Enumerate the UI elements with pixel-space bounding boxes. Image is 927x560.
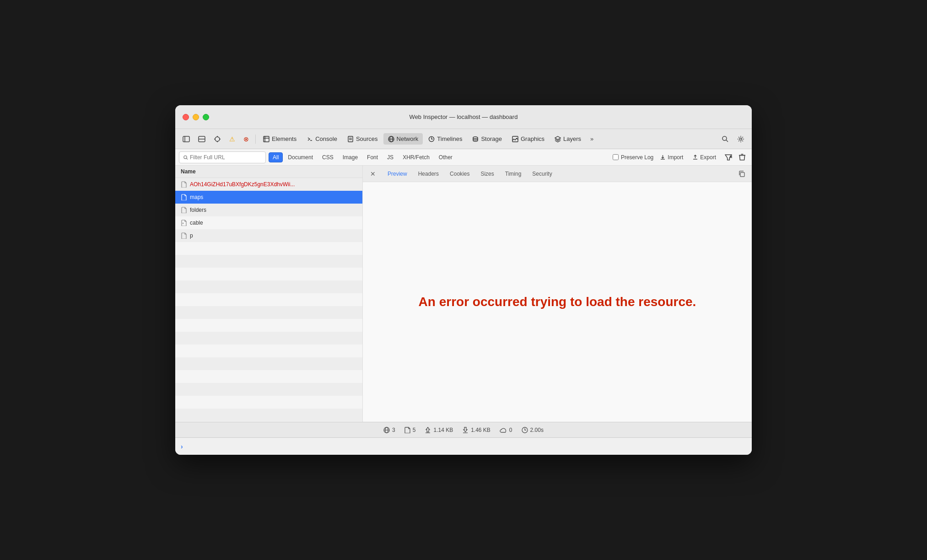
filter-other[interactable]: Other — [435, 152, 457, 162]
tab-graphics[interactable]: Graphics — [507, 133, 549, 145]
console-bar: › — [175, 437, 752, 455]
file-name: cable — [190, 220, 203, 226]
detail-tab-preview[interactable]: Preview — [382, 169, 413, 179]
list-item-empty — [175, 383, 362, 396]
list-item-empty — [175, 280, 362, 293]
tab-sources[interactable]: Sources — [343, 133, 383, 145]
pick-element-button[interactable] — [210, 134, 225, 145]
detail-tab-security[interactable]: Security — [527, 169, 557, 179]
tab-console[interactable]: Console — [302, 133, 342, 145]
list-item[interactable]: p — [175, 229, 362, 242]
clear-icon — [738, 154, 746, 161]
error-message: An error occurred trying to load the res… — [400, 275, 715, 329]
minimize-button[interactable] — [193, 114, 199, 120]
error-button[interactable]: ⊗ — [240, 134, 253, 145]
filter-input[interactable] — [190, 154, 262, 161]
detail-content: An error occurred trying to load the res… — [363, 182, 752, 422]
main-content: Name AOh14GiZHd17uBXfgDKz5gnE3XdhvWii... — [175, 166, 752, 422]
web-inspector-window: Web Inspector — localhost — dashboard — [175, 105, 752, 455]
tab-storage-label: Storage — [481, 135, 502, 142]
preserve-log-group: Preserve Log — [613, 154, 653, 161]
status-bar: 3 5 1.14 KB 1.46 KB — [175, 422, 752, 437]
layout-toggle-button[interactable] — [194, 134, 209, 145]
list-item-empty — [175, 357, 362, 370]
preserve-log-label: Preserve Log — [621, 154, 653, 161]
more-tabs-button[interactable]: » — [587, 134, 597, 144]
filter-css[interactable]: CSS — [318, 152, 338, 162]
upload-size-icon — [425, 427, 431, 433]
export-button[interactable]: Export — [689, 153, 720, 162]
console-icon — [307, 136, 313, 142]
filter-xhr-fetch[interactable]: XHR/Fetch — [399, 152, 434, 162]
svg-point-23 — [722, 136, 727, 140]
clear-filters-button[interactable] — [722, 153, 734, 162]
filter-clear-icon — [725, 154, 732, 161]
requests-count: 3 — [392, 427, 395, 433]
copy-icon — [738, 171, 745, 177]
detail-tab-headers[interactable]: Headers — [413, 169, 444, 179]
svg-point-4 — [215, 137, 220, 141]
list-item[interactable]: AOh14GiZHd17uBXfgDKz5gnE3XdhvWii... — [175, 178, 362, 191]
sidebar-toggle-button[interactable] — [179, 134, 194, 145]
layout-icon — [198, 135, 205, 143]
list-item-empty — [175, 242, 362, 255]
globe-icon — [383, 427, 390, 433]
list-item-empty — [175, 370, 362, 383]
error-count: 0 — [509, 427, 512, 433]
list-item-empty — [175, 268, 362, 280]
list-item-empty — [175, 396, 362, 409]
close-button[interactable] — [183, 114, 189, 120]
detail-tab-sizes[interactable]: Sizes — [475, 169, 499, 179]
warning-button[interactable]: ⚠ — [226, 134, 239, 145]
tab-network[interactable]: Network — [383, 133, 423, 145]
svg-marker-22 — [555, 136, 561, 140]
status-files: 5 — [404, 427, 416, 433]
copy-response-button[interactable] — [735, 167, 748, 180]
maximize-button[interactable] — [203, 114, 209, 120]
status-size-received: 1.46 KB — [462, 427, 490, 433]
file-icon — [181, 194, 187, 200]
filter-document[interactable]: Document — [284, 152, 317, 162]
filter-all[interactable]: All — [269, 152, 283, 162]
tab-elements[interactable]: Elements — [259, 133, 301, 145]
export-icon — [692, 154, 698, 160]
list-item[interactable]: cable — [175, 216, 362, 229]
tab-layers[interactable]: Layers — [550, 133, 586, 145]
detail-tabs: ✕ Preview Headers Cookies Sizes Timing S… — [363, 166, 752, 182]
filter-js[interactable]: JS — [383, 152, 398, 162]
cable-file-icon — [181, 220, 187, 226]
clear-all-button[interactable] — [736, 153, 748, 162]
storage-icon — [472, 136, 479, 142]
settings-button[interactable] — [733, 134, 748, 145]
svg-point-25 — [740, 138, 742, 140]
console-expand-arrow[interactable]: › — [181, 443, 183, 450]
detail-tab-cookies[interactable]: Cookies — [444, 169, 475, 179]
filter-font[interactable]: Font — [363, 152, 382, 162]
list-item[interactable]: folders — [175, 204, 362, 216]
size-sent: 1.14 KB — [433, 427, 453, 433]
tab-graphics-label: Graphics — [521, 135, 544, 142]
clock-status-icon — [522, 427, 528, 433]
search-button[interactable] — [718, 134, 733, 145]
list-item-empty — [175, 345, 362, 357]
tab-timelines-label: Timelines — [437, 135, 462, 142]
detail-panel: ✕ Preview Headers Cookies Sizes Timing S… — [363, 166, 752, 422]
timelines-icon — [428, 136, 435, 142]
file-list: Name AOh14GiZHd17uBXfgDKz5gnE3XdhvWii... — [175, 166, 363, 422]
window-title: Web Inspector — localhost — dashboard — [410, 113, 518, 120]
svg-rect-9 — [264, 136, 269, 142]
load-time: 2.00s — [530, 427, 544, 433]
list-item-empty — [175, 293, 362, 306]
list-item[interactable]: maps — [175, 191, 362, 204]
import-button[interactable]: Import — [656, 153, 687, 162]
files-count: 5 — [413, 427, 416, 433]
export-label: Export — [700, 154, 716, 161]
sources-icon — [347, 136, 354, 142]
detail-tab-timing[interactable]: Timing — [500, 169, 527, 179]
tab-timelines[interactable]: Timelines — [424, 133, 467, 145]
detail-close-button[interactable]: ✕ — [366, 167, 379, 180]
filter-image[interactable]: Image — [339, 152, 362, 162]
tab-storage[interactable]: Storage — [468, 133, 507, 145]
preserve-log-checkbox[interactable] — [613, 154, 619, 160]
list-item-empty — [175, 332, 362, 345]
